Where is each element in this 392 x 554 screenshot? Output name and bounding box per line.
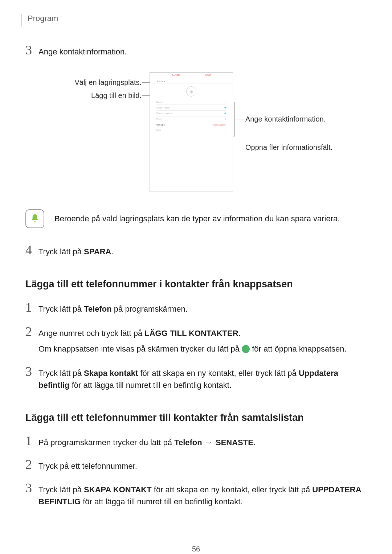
mock-field-name: Name	[156, 101, 163, 103]
plus-icon: +	[224, 118, 226, 121]
step-number: 1	[25, 434, 38, 447]
callout-image: Lägg till en bild.	[25, 91, 142, 100]
step-text: Tryck lätt på SKAPA KONTAKT för att skap…	[38, 484, 367, 508]
kp-step-3: 3 Tryck lätt på Skapa kontakt för att sk…	[25, 365, 367, 391]
section-breadcrumb: Program	[28, 14, 367, 23]
page-number: 56	[0, 545, 392, 553]
callout-more: Öppna fler informationsfält.	[245, 143, 332, 152]
step-number: 2	[25, 325, 38, 338]
chevron-down-icon: ⌄	[224, 100, 226, 103]
kp-step-2: 2 Ange numret och tryck lätt på LÄGG TIL…	[25, 325, 367, 339]
step-text: Tryck på ett telefonnummer.	[38, 460, 137, 472]
kp-step-1: 1 Tryck lätt på Telefon på programskärme…	[25, 301, 367, 315]
mock-save: SAVE	[205, 74, 211, 78]
heading-keypad: Lägga till ett telefonnummer i kontakter…	[25, 279, 367, 290]
camera-icon: ◉	[186, 86, 196, 97]
mock-field-groups: Groups	[156, 123, 165, 126]
side-rule	[21, 14, 21, 26]
bell-icon	[25, 209, 44, 228]
mock-storage-selector: Phone ▾	[150, 79, 233, 83]
plus-icon: +	[224, 112, 226, 115]
callout-info: Ange kontaktinformation.	[245, 115, 326, 123]
cl-step-2: 2 Tryck på ett telefonnummer.	[25, 458, 367, 472]
cl-step-1: 1 På programskärmen trycker du lätt på T…	[25, 434, 367, 448]
step-text: På programskärmen trycker du lätt på Tel…	[38, 436, 256, 448]
step-4-row: 4 Tryck lätt på SPARA.	[25, 243, 367, 258]
mock-field-email: Email	[156, 118, 162, 120]
step-number: 3	[25, 365, 38, 378]
step-number: 3	[25, 44, 38, 57]
chevron-down-icon: ⌄	[224, 128, 226, 131]
cl-step-3: 3 Tryck lätt på SKAPA KONTAKT för att sk…	[25, 481, 367, 508]
mock-more-label: More	[156, 129, 162, 131]
note-text: Beroende på vald lagringsplats kan de ty…	[54, 213, 340, 225]
step-number: 2	[25, 458, 38, 471]
callout-storage: Välj en lagringsplats.	[25, 78, 142, 87]
step-text: Tryck lätt på Skapa kontakt för att skap…	[38, 367, 367, 391]
mock-field-org: Organisation	[156, 106, 170, 109]
step-number: 4	[25, 243, 38, 257]
leader-line	[234, 102, 235, 136]
step-number: 3	[25, 481, 38, 495]
step-text: Tryck lätt på Telefon på programskärmen.	[38, 303, 188, 315]
mock-not-assigned: Not assigned	[213, 124, 226, 126]
mock-field-phone: Phone number	[156, 112, 172, 115]
plus-icon: +	[224, 106, 226, 109]
note-block: Beroende på vald lagringsplats kan de ty…	[25, 209, 367, 228]
heading-calllog: Lägga till ett telefonnummer till kontak…	[25, 412, 367, 423]
step-text: Ange numret och tryck lätt på LÄGG TILL …	[38, 327, 241, 339]
mock-phone-screen: CANCEL SAVE Phone ▾ ◉ Name⌄ Organisation…	[150, 72, 233, 192]
figure-contact-editor: Välj en lagringsplats. Lägg till en bild…	[25, 72, 367, 203]
dialpad-icon	[242, 345, 250, 353]
kp-step-2-sub: Om knappsatsen inte visas på skärmen try…	[38, 343, 367, 355]
step-number: 1	[25, 301, 38, 314]
leader-line	[234, 119, 245, 119]
step-3-row: 3 Ange kontaktinformation.	[25, 44, 367, 58]
step-text: Ange kontaktinformation.	[38, 46, 127, 58]
mock-cancel: CANCEL	[172, 74, 181, 78]
step-text: Tryck lätt på SPARA.	[38, 246, 114, 258]
